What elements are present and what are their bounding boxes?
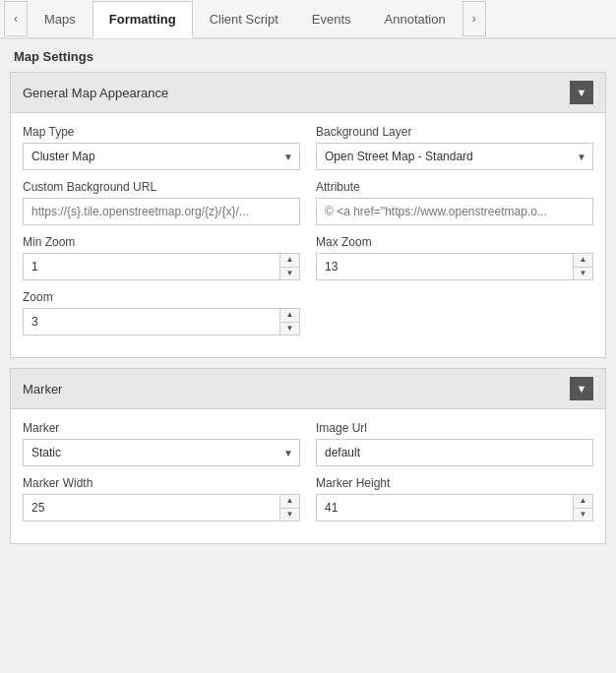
marker-section-body: Marker Static Dynamic ▼ Image Url — [11, 409, 605, 543]
tab-maps[interactable]: Maps — [28, 0, 92, 37]
row-zoom: Zoom ▲ ▼ — [23, 290, 593, 336]
tab-next-button[interactable]: › — [462, 1, 486, 36]
zoom-down-button[interactable]: ▼ — [280, 323, 299, 336]
marker-height-spinner: ▲ ▼ — [316, 494, 593, 521]
background-layer-label: Background Layer — [316, 125, 593, 139]
marker-collapse-button[interactable]: ▼ — [570, 377, 593, 400]
background-layer-select[interactable]: Open Street Map - Standard None — [317, 144, 592, 169]
row-min-max-zoom: Min Zoom ▲ ▼ Max Zoom ▲ — [23, 235, 593, 280]
marker-height-label: Marker Height — [316, 476, 593, 490]
chevron-left-icon: ‹ — [14, 12, 18, 26]
background-layer-field-group: Background Layer Open Street Map - Stand… — [316, 125, 593, 170]
attribute-label: Attribute — [316, 180, 593, 194]
marker-select[interactable]: Static Dynamic — [24, 440, 299, 465]
background-layer-select-wrapper[interactable]: Open Street Map - Standard None ▼ — [316, 143, 593, 170]
row-marker-image: Marker Static Dynamic ▼ Image Url — [23, 421, 593, 466]
max-zoom-input[interactable] — [317, 254, 573, 279]
marker-height-field-group: Marker Height ▲ ▼ — [316, 476, 593, 521]
tab-annotation[interactable]: Annotation — [368, 0, 462, 37]
image-url-label: Image Url — [316, 421, 593, 435]
tab-formatting[interactable]: Formatting — [92, 1, 193, 38]
custom-bg-url-field-group: Custom Background URL — [23, 180, 300, 225]
max-zoom-spinner-btns: ▲ ▼ — [573, 254, 592, 279]
marker-width-label: Marker Width — [23, 476, 300, 490]
marker-type-field-group: Marker Static Dynamic ▼ — [23, 421, 300, 466]
marker-section-title: Marker — [23, 382, 62, 397]
image-url-field-group: Image Url — [316, 421, 593, 466]
max-zoom-field-group: Max Zoom ▲ ▼ — [316, 235, 593, 280]
zoom-field-group: Zoom ▲ ▼ — [23, 290, 300, 336]
marker-width-input[interactable] — [24, 495, 279, 520]
marker-section: Marker ▼ Marker Static Dynamic ▼ — [10, 368, 606, 544]
marker-height-input[interactable] — [317, 495, 573, 520]
min-zoom-down-button[interactable]: ▼ — [280, 268, 299, 280]
marker-width-up-button[interactable]: ▲ — [280, 495, 299, 509]
tab-events[interactable]: Events — [295, 0, 368, 37]
min-zoom-up-button[interactable]: ▲ — [280, 254, 299, 268]
min-zoom-input[interactable] — [24, 254, 279, 279]
min-zoom-spinner: ▲ ▼ — [23, 253, 300, 280]
marker-width-spinner-btns: ▲ ▼ — [279, 495, 299, 520]
general-section-title: General Map Appearance — [23, 86, 168, 100]
general-map-appearance-section: General Map Appearance ▼ Map Type Cluste… — [10, 72, 606, 358]
page-title: Map Settings — [0, 39, 616, 72]
max-zoom-spinner: ▲ ▼ — [316, 253, 593, 280]
zoom-up-button[interactable]: ▲ — [280, 309, 299, 323]
min-zoom-label: Min Zoom — [23, 235, 300, 249]
map-type-select[interactable]: Cluster Map Standard Map Heat Map — [24, 144, 299, 169]
marker-width-field-group: Marker Width ▲ ▼ — [23, 476, 300, 521]
marker-height-down-button[interactable]: ▼ — [574, 509, 592, 521]
tab-prev-button[interactable]: ‹ — [4, 1, 28, 36]
row-marker-dimensions: Marker Width ▲ ▼ Marker Height ▲ — [23, 476, 593, 521]
marker-width-spinner: ▲ ▼ — [23, 494, 300, 521]
general-collapse-button[interactable]: ▼ — [570, 81, 593, 104]
collapse-icon: ▼ — [577, 87, 587, 98]
image-url-input[interactable] — [316, 439, 593, 466]
custom-bg-url-label: Custom Background URL — [23, 180, 300, 194]
max-zoom-down-button[interactable]: ▼ — [574, 268, 592, 280]
zoom-spinner-btns: ▲ ▼ — [279, 309, 299, 335]
zoom-input[interactable] — [24, 309, 279, 335]
marker-select-wrapper[interactable]: Static Dynamic ▼ — [23, 439, 300, 466]
max-zoom-up-button[interactable]: ▲ — [574, 254, 592, 268]
min-zoom-field-group: Min Zoom ▲ ▼ — [23, 235, 300, 280]
marker-label: Marker — [23, 421, 300, 435]
marker-width-down-button[interactable]: ▼ — [280, 509, 299, 521]
zoom-spinner: ▲ ▼ — [23, 308, 300, 336]
marker-height-up-button[interactable]: ▲ — [574, 495, 592, 509]
chevron-right-icon: › — [472, 12, 476, 26]
map-type-field-group: Map Type Cluster Map Standard Map Heat M… — [23, 125, 300, 170]
tab-client-script[interactable]: Client Script — [193, 0, 295, 37]
min-zoom-spinner-btns: ▲ ▼ — [279, 254, 299, 279]
max-zoom-label: Max Zoom — [316, 235, 593, 249]
attribute-field-group: Attribute — [316, 180, 593, 225]
general-section-body: Map Type Cluster Map Standard Map Heat M… — [11, 113, 605, 357]
map-type-select-wrapper[interactable]: Cluster Map Standard Map Heat Map ▼ — [23, 143, 300, 170]
tab-bar: ‹ Maps Formatting Client Script Events A… — [0, 0, 616, 39]
content-area: General Map Appearance ▼ Map Type Cluste… — [0, 72, 616, 670]
attribute-input[interactable] — [316, 198, 593, 225]
general-section-header: General Map Appearance ▼ — [11, 73, 605, 113]
map-type-label: Map Type — [23, 125, 300, 139]
marker-height-spinner-btns: ▲ ▼ — [573, 495, 592, 520]
row-map-type-bg: Map Type Cluster Map Standard Map Heat M… — [23, 125, 593, 170]
marker-section-header: Marker ▼ — [11, 369, 605, 409]
zoom-label: Zoom — [23, 290, 300, 304]
custom-bg-url-input[interactable] — [23, 198, 300, 225]
marker-collapse-icon: ▼ — [577, 383, 587, 395]
row-custom-bg-attribute: Custom Background URL Attribute — [23, 180, 593, 225]
